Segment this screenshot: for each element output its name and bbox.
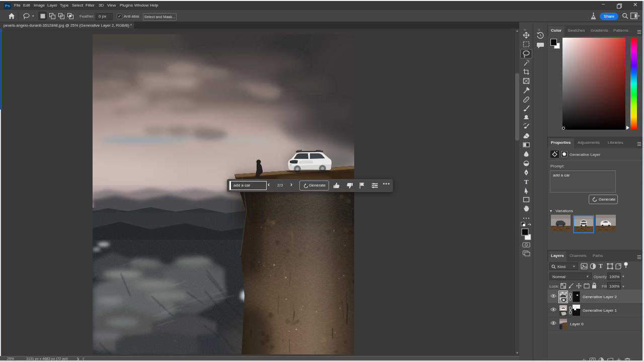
svg-text:»: » [524,28,526,32]
svg-text:»: » [538,28,540,32]
svg-text:T: T [524,178,529,186]
